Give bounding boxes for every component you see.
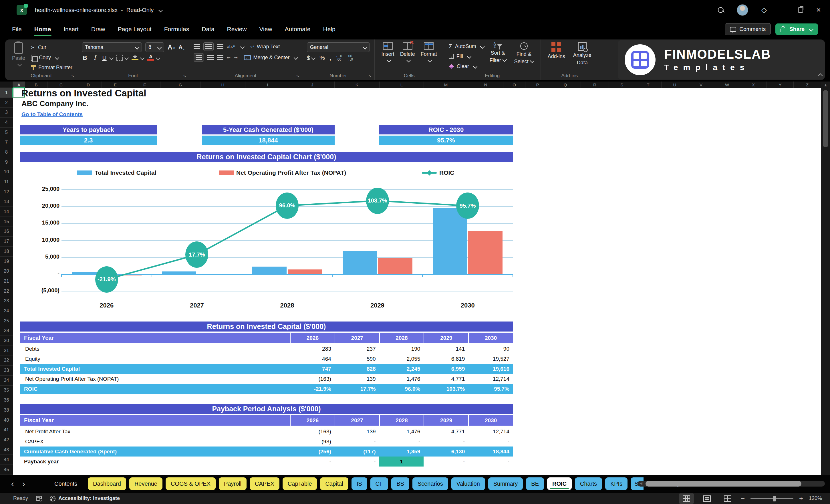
sheet-tab-is[interactable]: IS (352, 477, 367, 490)
format-cells-button[interactable]: Format (418, 42, 439, 62)
row-header-12[interactable]: 12 (0, 187, 13, 197)
row-header-19[interactable]: 19 (0, 257, 13, 266)
fill-color-button[interactable] (132, 55, 138, 60)
chevron-down-icon[interactable] (124, 56, 129, 60)
row-header-23[interactable]: 23 (0, 296, 13, 306)
row-header-31[interactable]: 31 (0, 346, 13, 356)
font-size-select[interactable]: 8 (145, 42, 164, 52)
tab-horizontal-scrollbar[interactable]: ◀ (638, 481, 825, 486)
page-layout-view-button[interactable] (700, 494, 714, 504)
previous-sheets-arrow[interactable]: ‹ (8, 477, 17, 490)
row-header-2[interactable]: 2 (0, 98, 13, 108)
menu-tab-insert[interactable]: Insert (57, 20, 85, 38)
sheet-tab-cogs-opex[interactable]: COGS & OPEX (166, 477, 216, 490)
row-header-32[interactable]: 32 (0, 356, 13, 366)
column-header-q[interactable]: Q (550, 82, 581, 88)
text-orientation-button[interactable]: ab↗ (227, 44, 235, 49)
share-button[interactable]: Share (775, 24, 818, 35)
copy-button[interactable]: Copy (31, 54, 59, 62)
normal-view-button[interactable] (679, 494, 694, 504)
column-header-p[interactable]: P (525, 82, 550, 88)
row-header-41[interactable]: 41 (0, 425, 13, 435)
sheet-tab-capital[interactable]: Capital (320, 477, 348, 490)
column-header-m[interactable]: M (424, 82, 468, 88)
row-header-13[interactable]: 13 (0, 197, 13, 207)
row-header-44[interactable]: 44 (0, 455, 13, 465)
alignment-dialog-launcher-icon[interactable]: ↘ (296, 73, 299, 78)
column-header-x[interactable]: X (740, 82, 767, 88)
sheet-tab-kpis[interactable]: KPIs (605, 477, 628, 490)
row-header-34[interactable]: 34 (0, 376, 13, 385)
column-header-h[interactable]: H (200, 82, 246, 88)
chevron-down-icon[interactable] (109, 56, 114, 60)
next-sheets-arrow[interactable]: › (20, 477, 28, 490)
column-header-e[interactable]: E (102, 82, 129, 88)
row-header-7[interactable]: 7 (0, 137, 13, 147)
row-header-9[interactable]: 9 (0, 157, 13, 167)
cut-button[interactable]: ✂Cut (31, 43, 46, 52)
analyze-data-button[interactable]: AnalyzeData (571, 42, 594, 66)
format-painter-button[interactable]: Format Painter (31, 63, 72, 71)
decrease-decimal-button[interactable]: .00→.0 (347, 54, 353, 61)
row-header-14[interactable]: 14 (0, 207, 13, 217)
sheet-tab-roic[interactable]: ROIC (547, 477, 572, 490)
align-center-button[interactable] (208, 55, 214, 60)
column-header-w[interactable]: W (714, 82, 740, 88)
collapse-ribbon-button[interactable] (817, 73, 822, 78)
row-header-28[interactable]: 28 (0, 326, 13, 336)
paste-button[interactable]: Paste (10, 42, 28, 66)
restore-button[interactable] (798, 7, 803, 12)
zoom-slider-thumb[interactable] (773, 496, 776, 501)
row-header-40[interactable]: 40 (0, 415, 13, 426)
column-header-n[interactable]: N (468, 82, 503, 88)
insert-cells-button[interactable]: Insert (379, 42, 397, 62)
sheet-canvas[interactable]: Returns on Invested Capital ABC Company … (13, 88, 821, 475)
percent-format-button[interactable]: % (319, 54, 325, 61)
menu-tab-automate[interactable]: Automate (279, 20, 317, 38)
column-header-g[interactable]: G (160, 82, 200, 88)
increase-decimal-button[interactable]: ←.0.00 (336, 54, 342, 61)
sheet-tab-bs[interactable]: BS (391, 477, 409, 490)
menu-tab-review[interactable]: Review (221, 20, 253, 38)
column-header-o[interactable]: O (503, 82, 525, 88)
column-header-y[interactable]: Y (767, 82, 794, 88)
zoom-out-button[interactable]: − (741, 495, 745, 503)
row-header-21[interactable]: 21 (0, 276, 13, 286)
scroll-left-icon[interactable]: ◀ (640, 481, 642, 485)
table-of-contents-link[interactable]: Go to Table of Contents (22, 111, 83, 118)
column-header-d[interactable]: D (75, 82, 102, 88)
menu-tab-page-layout[interactable]: Page Layout (111, 20, 158, 38)
menu-tab-formulas[interactable]: Formulas (158, 20, 196, 38)
sheet-tab-revenue[interactable]: Revenue (129, 477, 162, 490)
font-dialog-launcher-icon[interactable]: ↘ (183, 73, 187, 78)
comments-button[interactable]: Comments (725, 23, 771, 35)
column-header-l[interactable]: L (380, 82, 424, 88)
user-avatar[interactable] (737, 4, 748, 16)
clipboard-dialog-launcher-icon[interactable]: ↘ (71, 73, 75, 78)
sheet-tab-scenarios[interactable]: Scenarios (412, 477, 448, 490)
sheet-tab-captable[interactable]: CapTable (283, 477, 317, 490)
row-header-8[interactable]: 8 (0, 147, 13, 157)
align-right-button[interactable] (217, 55, 223, 60)
row-header-42[interactable]: 42 (0, 435, 13, 445)
decrease-indent-button[interactable]: ⇤ (227, 55, 230, 60)
currency-format-button[interactable]: $ (307, 54, 310, 61)
menu-tab-data[interactable]: Data (195, 20, 221, 38)
font-family-select[interactable]: Tahoma (82, 42, 142, 52)
find-select-button[interactable]: Find & Select (512, 42, 536, 65)
zoom-slider[interactable] (751, 498, 793, 499)
row-header-22[interactable]: 22 (0, 286, 13, 296)
column-header-j[interactable]: J (290, 82, 334, 88)
row-header-3[interactable]: 3 (0, 107, 13, 118)
column-header-a[interactable]: A (13, 82, 25, 88)
chevron-down-icon[interactable] (156, 56, 160, 60)
number-format-select[interactable]: General (307, 42, 370, 52)
sheet-tab-charts[interactable]: Charts (575, 477, 602, 490)
sheet-tab-cf[interactable]: CF (371, 477, 388, 490)
align-left-button[interactable] (194, 53, 204, 62)
bold-button[interactable]: B (82, 54, 88, 61)
column-header-s[interactable]: S (609, 82, 635, 88)
column-header-f[interactable]: F (129, 82, 160, 88)
column-header-k[interactable]: K (334, 82, 380, 88)
page-break-view-button[interactable] (720, 494, 735, 504)
